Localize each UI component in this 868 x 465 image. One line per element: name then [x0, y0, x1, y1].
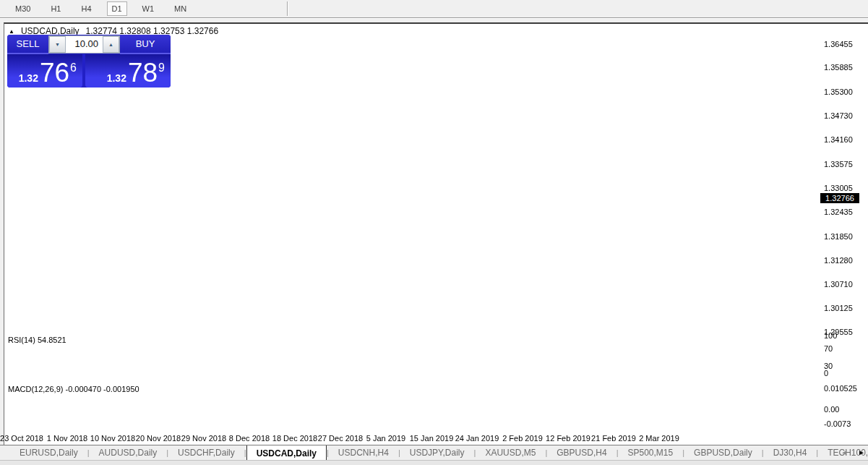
buy-price-sup: 9: [158, 61, 165, 74]
tab-usdcad-daily[interactable]: USDCAD,Daily: [246, 445, 327, 461]
sell-price-big: 76: [40, 61, 69, 85]
macd-axis-tick: -0.0073: [824, 419, 851, 428]
buy-price-tile[interactable]: 1.32 78 9: [85, 54, 171, 88]
sell-button[interactable]: SELL: [7, 35, 48, 54]
date-axis-tick: 8 Dec 2018: [229, 434, 270, 443]
date-axis-tick: 12 Feb 2019: [546, 434, 590, 443]
price-axis-tick: 1.32435: [824, 208, 853, 216]
volume-decrease-button[interactable]: ▼: [49, 36, 66, 53]
tab-dj30-h4[interactable]: DJ30,H4: [764, 445, 817, 461]
buy-price-prefix: 1.32: [107, 72, 126, 84]
macd-axis-tick: 0.00: [824, 405, 839, 414]
date-axis-tick: 24 Jan 2019: [455, 434, 499, 443]
date-axis-tick: 21 Feb 2019: [591, 434, 636, 443]
date-axis-tick: 2 Mar 2019: [639, 434, 679, 443]
price-axis-tick: 1.34730: [824, 111, 853, 120]
tab-xauusd-m5[interactable]: XAUUSD,M5: [476, 445, 545, 461]
macd-label: MACD(12,26,9) -0.000470 -0.001950: [8, 385, 139, 393]
volume-spinner: ▼ 10.00 ▲: [48, 35, 120, 54]
window-bottom-edge: [0, 460, 868, 465]
one-click-trade-panel: SELL ▼ 10.00 ▲ BUY 1.32 76 6 1.32 78 9: [7, 35, 171, 88]
tab-scroll-left-icon[interactable]: ◄: [841, 445, 848, 460]
date-axis-tick: 10 Nov 2018: [90, 434, 135, 443]
timeframe-button-mn[interactable]: MN: [169, 1, 192, 16]
date-axis-tick: 29 Nov 2018: [181, 434, 226, 443]
rsi-axis-tick: 70: [824, 344, 833, 353]
price-axis-tick: 1.33575: [824, 160, 853, 168]
date-axis-tick: 15 Jan 2019: [410, 434, 454, 443]
price-axis-tick: 1.34160: [824, 135, 853, 144]
tab-usdcnh-h4[interactable]: USDCNH,H4: [329, 445, 398, 461]
rsi-axis-tick: 100: [824, 331, 837, 340]
tab-gbpusd-h4[interactable]: GBPUSD,H4: [547, 445, 616, 461]
tab-usdjpy-daily[interactable]: USDJPY,Daily: [400, 445, 474, 461]
rsi-label: RSI(14) 54.8521: [8, 336, 66, 344]
current-price-tag: 1.32766: [820, 193, 859, 203]
price-axis-tick: 1.35300: [824, 88, 853, 96]
mt4-window: M30H1H4D1W1MN ▲ USDCAD,Daily 1.32774 1.3…: [0, 0, 868, 465]
date-axis-tick: 2 Feb 2019: [502, 434, 543, 443]
price-axis-tick: 1.33005: [824, 184, 853, 192]
price-axis-tick: 1.36455: [824, 40, 853, 48]
sell-price-prefix: 1.32: [19, 72, 38, 84]
tab-eurusd-daily[interactable]: EURUSD,Daily: [10, 445, 87, 461]
timeframe-button-h1[interactable]: H1: [46, 1, 66, 16]
rsi-axis-tick: 0: [824, 369, 828, 377]
price-axis-tick: 1.31280: [824, 256, 853, 265]
date-axis-tick: 23 Oct 2018: [0, 434, 43, 443]
chart-tab-bar: EURUSD,Daily|AUDUSD,Daily|USDCHF,Daily|U…: [0, 445, 868, 461]
volume-input[interactable]: 10.00: [66, 36, 103, 53]
toolbar-separator: [287, 1, 288, 16]
volume-increase-button[interactable]: ▲: [103, 36, 119, 53]
collapse-chart-icon[interactable]: ▲: [9, 28, 14, 35]
tab-audusd-daily[interactable]: AUDUSD,Daily: [90, 445, 167, 461]
buy-price-big: 78: [128, 61, 158, 85]
tab-gbpusd-daily[interactable]: GBPUSD,Daily: [684, 445, 762, 461]
timeframe-button-h4[interactable]: H4: [76, 1, 96, 16]
price-axis-tick: 1.30710: [824, 280, 853, 289]
price-axis-tick: 1.35885: [824, 63, 853, 72]
sell-price-tile[interactable]: 1.32 76 6: [7, 54, 82, 88]
tab-scroll-right-icon[interactable]: ►: [858, 445, 865, 460]
macd-axis-tick: 0.010525: [824, 384, 857, 393]
date-axis-tick: 5 Jan 2019: [366, 434, 405, 443]
timeframe-toolbar: M30H1H4D1W1MN: [0, 0, 868, 18]
date-axis-tick: 27 Dec 2018: [318, 434, 363, 443]
price-axis-tick: 1.30125: [824, 304, 853, 312]
date-axis-tick: 1 Nov 2018: [47, 434, 87, 443]
date-axis-tick: 20 Nov 2018: [136, 434, 181, 443]
buy-button[interactable]: BUY: [120, 35, 171, 54]
timeframe-button-d1[interactable]: D1: [107, 1, 127, 16]
tab-sp500-m15[interactable]: SP500,M15: [619, 445, 683, 461]
tab-scroll-arrows: ◄ ►: [841, 445, 865, 460]
timeframe-button-w1[interactable]: W1: [137, 1, 160, 16]
price-axis-tick: 1.31850: [824, 232, 853, 241]
sell-price-sup: 6: [70, 61, 77, 74]
date-axis-tick: 18 Dec 2018: [272, 434, 317, 443]
tab-usdchf-daily[interactable]: USDCHF,Daily: [168, 445, 244, 461]
timeframe-button-m30[interactable]: M30: [10, 1, 35, 16]
